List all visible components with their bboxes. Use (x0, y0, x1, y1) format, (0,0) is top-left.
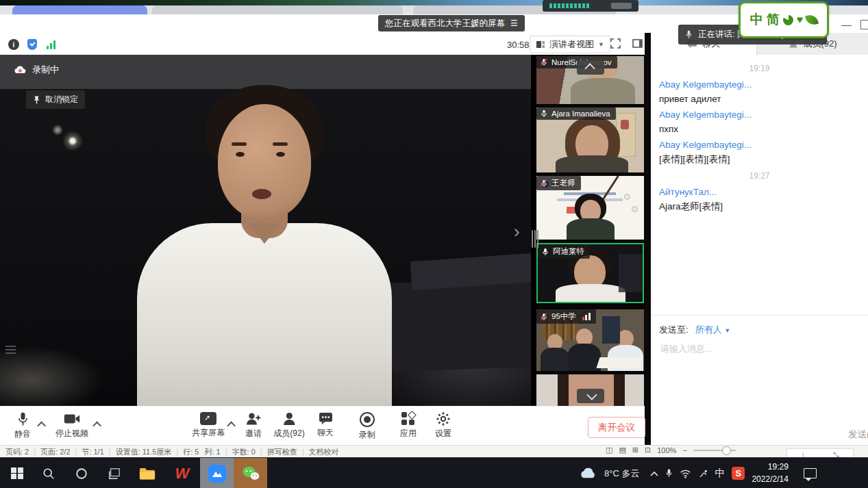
audio-cable-icon[interactable] (698, 469, 708, 478)
mic-muted-icon (540, 179, 548, 188)
chat-button[interactable]: 聊天 (317, 412, 334, 439)
zoom-out-button[interactable]: − (682, 446, 686, 454)
mute-button[interactable]: 静音 (14, 412, 31, 440)
network-signal-icon[interactable] (47, 40, 55, 49)
participant-video[interactable]: Ajara Imanalieva (536, 107, 644, 172)
cortana-button[interactable] (66, 458, 97, 488)
security-shield-icon[interactable] (27, 39, 37, 50)
main-speaker-video[interactable]: 录制中 取消锁定 › (0, 55, 531, 406)
zoom-level[interactable]: 100% (657, 446, 676, 454)
zhongjian-brand-logo: 中 简 ♥ (739, 1, 829, 38)
record-button[interactable]: 录制 (359, 412, 375, 441)
clock[interactable]: 19:29 2022/2/14 (752, 461, 788, 485)
unpin-button[interactable]: 取消锁定 (26, 90, 85, 109)
video-options-chevron[interactable] (95, 422, 101, 428)
send-button[interactable]: 发送( (848, 428, 868, 441)
stop-video-button[interactable]: 停止视频 (55, 412, 88, 439)
meeting-timer: 30:58 (507, 40, 530, 50)
apps-button[interactable]: 应用 (400, 412, 417, 439)
task-view-icon (108, 467, 121, 480)
network-icon[interactable] (680, 469, 691, 478)
wps-office-button[interactable]: W (166, 458, 198, 488)
maximize-button[interactable] (860, 20, 868, 29)
chat-sender[interactable]: Abay Kelgembaytegi... (659, 138, 868, 152)
ime-indicator[interactable]: 中 (715, 467, 725, 480)
drag-handle-icon[interactable] (5, 344, 16, 356)
logo-char-2: 简 (767, 11, 780, 29)
thumbnails-collapse-button[interactable] (577, 60, 604, 75)
chat-message: АйтунукТал... Ajara老师[表情] (651, 185, 868, 214)
invite-button[interactable]: 邀请 (245, 412, 262, 439)
minimize-button[interactable]: — (841, 18, 852, 30)
side-panel-toggle[interactable] (632, 38, 643, 51)
notification-center-icon[interactable] (804, 468, 817, 478)
share-screen-button[interactable]: 共享屏幕 (192, 412, 225, 439)
meeting-app-button[interactable] (200, 458, 234, 488)
participant-video-speaking[interactable]: 阿迪莱特 (536, 243, 644, 303)
thumbnails-scroll-down-button[interactable] (577, 389, 604, 403)
leave-meeting-button[interactable]: 离开会议 (588, 417, 645, 438)
chat-sender[interactable]: Abay Kelgembaytegi... (659, 77, 868, 92)
viewing-screen-text: 您正在观看西北大学王媛的屏幕 (385, 18, 505, 29)
clock-time: 19:29 (768, 462, 789, 472)
status-line: 行: 5 (183, 447, 199, 457)
chat-text: привет адилет (659, 92, 868, 106)
cortana-icon (75, 467, 88, 480)
start-button[interactable] (1, 458, 33, 488)
zoom-slider[interactable] (693, 450, 736, 451)
status-spell-check[interactable]: 拼写检查 (267, 447, 297, 457)
participant-video[interactable]: 王老师 (536, 176, 644, 240)
zoom-slider-thumb[interactable] (722, 446, 731, 455)
invite-person-icon (246, 412, 261, 426)
fit-page-icon[interactable]: ⊡ (645, 446, 651, 454)
wechat-app-button[interactable] (234, 458, 267, 488)
view-mode-selector[interactable]: 演讲者视图 ▼ (530, 36, 610, 53)
weather-text[interactable]: 8°C 多云 (604, 467, 639, 480)
send-to-selector[interactable]: 所有人 ▼ (695, 324, 731, 336)
view-icon[interactable]: ▤ (619, 446, 625, 454)
mic-muted-icon (540, 58, 548, 66)
view-icon[interactable]: ◫ (606, 446, 612, 454)
panel-splitter-handle[interactable] (532, 230, 538, 248)
system-tray: 8°C 多云 中 S 19:29 2022/2/14 (580, 458, 817, 488)
record-icon (360, 412, 375, 427)
message-input[interactable] (659, 343, 854, 355)
share-options-chevron[interactable] (230, 422, 236, 428)
participant-name: 95中学 (551, 311, 576, 322)
stop-video-label: 停止视频 (55, 428, 88, 439)
meeting-info-icon[interactable]: i (8, 39, 19, 50)
windows-logo-icon (11, 467, 23, 480)
member-icon (282, 412, 296, 426)
chat-sender[interactable]: Abay Kelgembaytegi... (659, 107, 868, 122)
shared-wps-tab-active[interactable] (12, 5, 147, 14)
shared-wps-tab-bar (0, 5, 868, 14)
chat-sender[interactable]: АйтунукТал... (659, 185, 868, 199)
fullscreen-button[interactable] (610, 38, 621, 51)
tray-chevron-up-icon[interactable] (650, 471, 658, 476)
status-column: 列: 1 (204, 447, 220, 457)
chat-label: 聊天 (317, 427, 334, 439)
file-explorer-button[interactable] (132, 458, 163, 488)
mute-options-chevron[interactable] (40, 422, 46, 428)
chat-text: пхпх (659, 122, 868, 136)
members-button[interactable]: 成员(92) (273, 412, 304, 439)
sogou-input-icon[interactable]: S (732, 467, 745, 480)
search-button[interactable] (33, 458, 64, 488)
chat-bubble-icon (319, 412, 333, 425)
status-page: 页面: 2/2 (40, 447, 70, 457)
status-setting: 设置值: 11.5厘米 (116, 447, 172, 457)
participant-video[interactable]: 95中学 (536, 309, 644, 371)
tooltip-menu-icon[interactable]: ☰ (510, 18, 518, 28)
speaker-collar (248, 223, 281, 244)
tray-mic-icon[interactable] (665, 468, 673, 478)
settings-button[interactable]: 设置 (435, 412, 451, 439)
next-page-arrow[interactable]: › (514, 222, 520, 240)
weather-cloud-icon[interactable] (580, 467, 597, 479)
task-view-button[interactable] (99, 458, 130, 488)
widget-meter (549, 3, 589, 8)
layout-grid-icon (536, 40, 545, 49)
send-to-label: 发送至: (659, 324, 689, 336)
view-icon[interactable]: ⊞ (632, 446, 638, 454)
status-doc-proof[interactable]: 文档校对 (308, 447, 338, 457)
shared-wps-tab[interactable] (152, 5, 403, 14)
